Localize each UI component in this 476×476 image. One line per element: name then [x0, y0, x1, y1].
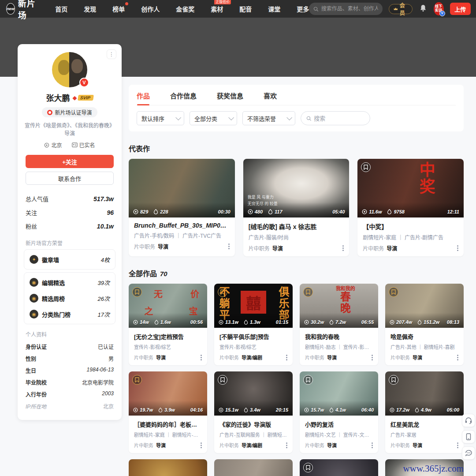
video-categories[interactable]: 广告片-服装/时尚: [249, 233, 344, 241]
video-thumbnail[interactable]: 2.2w 1.1w 00:30: [214, 459, 293, 476]
video-title[interactable]: [不躺平俱乐部]预告: [219, 332, 287, 341]
card-menu-button[interactable]: [286, 355, 287, 360]
video-title[interactable]: [无价之宝]定档预告: [134, 332, 202, 341]
bookmark-badge-icon: [389, 375, 398, 385]
honor-select[interactable]: 不筛选荣誉: [242, 111, 295, 125]
video-categories[interactable]: 广告片-互联网服务 ｜ 剧情短片-家庭: [219, 431, 287, 438]
works-search-input[interactable]: [314, 115, 364, 122]
honor-weekly-list[interactable]: ◉ 精选周榜 26次: [30, 290, 110, 306]
badge-wall-box[interactable]: ✦ 徽章墙 4枚: [24, 249, 115, 270]
card-menu-button[interactable]: [342, 245, 344, 251]
video-title[interactable]: 红星美凯龙: [390, 420, 458, 428]
nav-item-award[interactable]: 金雀奖: [176, 4, 194, 13]
video-categories[interactable]: 剧情短片-励志 ｜ 宣传片-影视/综艺: [305, 343, 373, 350]
video-title[interactable]: 我和我的春晚: [305, 332, 373, 341]
video-thumbnail[interactable]: 我是 风 与重力 无穷无尽 的 较量 480 117 05:40: [243, 159, 350, 217]
honor-hot-list[interactable]: ◉ 分类热门榜 17次: [30, 306, 110, 322]
nav-item-creators[interactable]: 创作人: [141, 4, 160, 13]
stat-following[interactable]: 关注 96: [26, 206, 114, 219]
nav-item-home[interactable]: 首页: [55, 4, 67, 13]
duration: 00:56: [190, 319, 203, 325]
card-menu-button[interactable]: [457, 245, 458, 251]
mobile-app-button[interactable]: [462, 430, 475, 443]
video-card: 15.1w 3.4w 20:15 《家的迁徙》导演版 广告片-互联网服务 ｜ 剧…: [214, 371, 293, 453]
contact-button[interactable]: 联系合作: [26, 172, 114, 185]
stat-followers[interactable]: 粉丝 10.1w: [26, 219, 114, 233]
nav-item-discover[interactable]: 发现: [84, 4, 96, 13]
follow-button[interactable]: +关注: [26, 155, 114, 168]
nav-item-more[interactable]: 更多: [297, 4, 309, 13]
chat-icon: [465, 450, 472, 456]
video-card: 无 价 之 宝 14w 1.6w 00:56 [无价之宝]定档预告 宣传片-影视…: [129, 284, 207, 365]
upload-button[interactable]: 上传: [450, 3, 471, 15]
card-menu-button[interactable]: [228, 244, 230, 249]
nav-item-dubbing[interactable]: 配音: [239, 4, 252, 13]
feedback-button[interactable]: [462, 446, 475, 460]
video-thumbnail[interactable]: 207.4w 151.2w 08:13: [385, 284, 464, 328]
user-avatar[interactable]: 线下 实训 V: [434, 2, 444, 15]
nav-item-class[interactable]: 课堂: [268, 4, 280, 13]
video-title[interactable]: ［婆婆妈妈的年］老板电器 微电影: [134, 420, 202, 428]
video-title[interactable]: 【中奖】: [363, 222, 458, 231]
video-categories[interactable]: 广告片-家居: [390, 431, 458, 438]
tab-cooperation[interactable]: 合作信息: [170, 91, 197, 100]
tab-awards[interactable]: 获奖信息: [217, 91, 243, 100]
badge-wall-icon: ✦: [30, 255, 38, 264]
video-categories[interactable]: 剧情短片-文艺 ｜ 宣传片-文娱活动: [305, 431, 373, 438]
tab-works[interactable]: 作品: [137, 91, 150, 100]
video-categories[interactable]: 广告片-其他 ｜ 剧情短片-喜剧: [390, 343, 458, 350]
nav-item-material[interactable]: 素材正版低价: [211, 4, 223, 13]
likes-icon: [329, 320, 334, 325]
video-categories[interactable]: 剧情短片-家庭 ｜ 剧情短片-文艺: [134, 431, 202, 438]
search-input[interactable]: [321, 6, 379, 12]
video-categories[interactable]: 宣传片-影视/综艺: [219, 343, 287, 350]
video-thumbnail[interactable]: 无 价 之 宝 14w 1.6w 00:56: [129, 284, 207, 328]
video-card: 2.2w 1.1w 00:30 沈腾马丽出演链家网TVC4 广告片-其他: [214, 459, 293, 476]
video-categories[interactable]: 剧情短片-家庭 ｜ 广告片-剧情广告: [363, 233, 458, 241]
card-menu-button[interactable]: [201, 442, 202, 448]
honor-editors-pick[interactable]: ◉ 编辑精选 39次: [30, 274, 110, 290]
video-thumbnail[interactable]: 我和我的 春晚 30.2w 7.2w 06:55: [300, 284, 378, 328]
card-menu-button[interactable]: [372, 355, 373, 360]
video-thumbnail[interactable]: 19.7w 3.9w 04:16: [129, 371, 207, 416]
global-search[interactable]: [309, 3, 383, 15]
video-thumbnail[interactable]: 不躺平 俱乐部 囍 13.1w 1.3w 01:15: [214, 284, 293, 328]
bell-icon[interactable]: [420, 4, 427, 14]
profile-more-button[interactable]: ⋮: [107, 49, 116, 59]
brand-logo[interactable]: new 新片场: [6, 0, 37, 21]
video-thumbnail[interactable]: 15.1w 3.4w 20:15: [214, 371, 293, 416]
member-button[interactable]: 会员: [389, 4, 412, 14]
card-menu-button[interactable]: [286, 442, 287, 448]
honors-box: ◉ 编辑精选 39次 ◉ 精选周榜 26次 ◉ 分类热门榜 17次: [24, 272, 115, 324]
video-thumbnail[interactable]: 中奖 11.6w 9758 12:11: [357, 159, 464, 217]
views-icon: [248, 209, 253, 214]
nav-item-rank[interactable]: 榜单: [112, 4, 125, 13]
views-icon: [390, 320, 394, 325]
sort-select[interactable]: 默认排序: [137, 111, 184, 125]
card-menu-button[interactable]: [372, 442, 373, 448]
video-card: 8.2w 1.2w 00:30 沈腾马丽出演链家网TVC2 广告片-互联网服务: [300, 459, 378, 476]
tab-likes[interactable]: 喜欢: [264, 91, 277, 100]
video-thumbnail[interactable]: 3.6w 1.9w 00:30: [129, 459, 207, 476]
video-title[interactable]: 啥是佩奇: [390, 332, 458, 341]
category-select[interactable]: 全部分类: [190, 111, 237, 125]
video-title[interactable]: Brunch_Buffet_PB_30s_MIP04_CNSub_TVO_NoG: [134, 222, 230, 229]
video-title[interactable]: 小野的复活: [305, 420, 373, 428]
video-thumbnail[interactable]: 8.2w 1.2w 00:30: [300, 459, 378, 476]
card-menu-button[interactable]: [457, 442, 458, 448]
video-thumbnail[interactable]: 15.7w 4.1w 06:40: [300, 371, 378, 416]
card-menu-button[interactable]: [457, 355, 458, 360]
video-title[interactable]: 《家的迁徙》导演版: [219, 420, 287, 428]
card-menu-button[interactable]: [201, 355, 202, 360]
video-title[interactable]: [绒毛的歌] 森马 x 徐志胜: [249, 222, 344, 231]
customer-service-button[interactable]: [462, 414, 475, 427]
profile-bio: 宣传片《啥是佩奇》、《我和我的春晚》导演: [24, 122, 115, 138]
video-role: 导演: [272, 244, 283, 252]
video-categories[interactable]: 广告片-手机/数码 ｜ 广告片-TVC广告: [134, 232, 230, 239]
works-search[interactable]: [301, 111, 370, 125]
gem-icon: ◆: [73, 94, 77, 101]
video-categories[interactable]: 宣传片-影视/综艺: [134, 343, 202, 350]
video-thumbnail[interactable]: 829 228 00:30: [129, 159, 235, 217]
video-thumbnail[interactable]: 17.2w 4.9w 05:00: [385, 371, 464, 416]
all-works-row-1: 无 价 之 宝 14w 1.6w 00:56 [无价之宝]定档预告 宣传片-影视…: [129, 284, 464, 365]
